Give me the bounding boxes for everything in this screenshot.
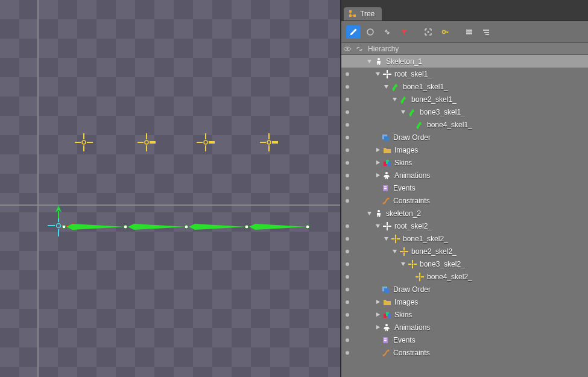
tree-row-label: Animations xyxy=(394,323,435,332)
tree-row-draworder[interactable]: Draw Order xyxy=(341,283,588,296)
tree-twisty[interactable] xyxy=(365,58,373,65)
cross-marker[interactable] xyxy=(206,142,206,143)
tree-twisty[interactable] xyxy=(391,96,398,103)
tree-row-constraints[interactable]: Constraints xyxy=(341,346,588,359)
tree-body[interactable]: Skeleton_1root_skel1_bone1_skel1_bone2_s… xyxy=(341,55,588,377)
tree-row-images[interactable]: Images xyxy=(341,144,588,156)
row-vis-dot[interactable] xyxy=(341,110,353,114)
tree-twisty[interactable] xyxy=(374,299,381,306)
tree-row-bone[interactable]: bone3_skel2_ xyxy=(341,258,588,270)
tree-header: Hierarchy xyxy=(341,43,588,55)
header-hierarchy-label: Hierarchy xyxy=(365,45,399,53)
row-vis-dot[interactable] xyxy=(341,98,353,101)
row-vis-dot[interactable] xyxy=(341,199,353,203)
tree-row-draworder[interactable]: Draw Order xyxy=(341,131,588,144)
bone-segment[interactable] xyxy=(247,227,308,234)
tree-twisty[interactable] xyxy=(374,147,381,154)
tree-twisty[interactable] xyxy=(399,109,406,116)
ic-skel-icon xyxy=(374,57,384,66)
tree-row-label: Skins xyxy=(394,159,417,167)
bone-joint[interactable] xyxy=(306,225,310,229)
row-vis-dot[interactable] xyxy=(341,313,353,317)
tree-row-skins[interactable]: Skins xyxy=(341,308,588,321)
row-vis-dot[interactable] xyxy=(341,224,353,228)
row-vis-dot[interactable] xyxy=(341,123,353,127)
tree-twisty[interactable] xyxy=(399,261,406,268)
row-vis-dot[interactable] xyxy=(341,275,353,279)
cross-marker[interactable] xyxy=(84,142,84,143)
bone-joint[interactable] xyxy=(62,225,66,229)
tree-row-skeleton[interactable]: Skeleton_1 xyxy=(341,55,588,68)
svg-rect-44 xyxy=(466,31,472,33)
row-vis-dot[interactable] xyxy=(341,148,353,152)
tree-row-label: Images xyxy=(394,146,423,154)
svg-point-41 xyxy=(428,31,429,33)
bone-segment[interactable] xyxy=(125,227,186,234)
tree-row-label: Events xyxy=(393,184,420,192)
svg-point-42 xyxy=(443,30,446,33)
tool-focus[interactable] xyxy=(421,25,435,39)
tree-row-bone[interactable]: bone2_skel1_ xyxy=(341,93,588,106)
row-vis-dot[interactable] xyxy=(341,136,353,139)
tree-twisty[interactable] xyxy=(374,71,381,78)
tree-row-animations[interactable]: Animations xyxy=(341,169,588,182)
row-vis-dot[interactable] xyxy=(341,262,353,266)
row-vis-dot[interactable] xyxy=(341,186,353,190)
cross-marker[interactable] xyxy=(147,142,147,143)
tree-row-bone[interactable]: bone4_skel2_ xyxy=(341,270,588,283)
row-vis-dot[interactable] xyxy=(341,351,353,355)
viewport-canvas[interactable] xyxy=(0,0,341,377)
tree-twisty[interactable] xyxy=(374,311,381,318)
header-link-icon[interactable] xyxy=(353,45,365,52)
tree-twisty[interactable] xyxy=(374,159,381,166)
bone-joint[interactable] xyxy=(124,225,128,229)
tree-row-events[interactable]: Events xyxy=(341,182,588,194)
tool-collapse[interactable] xyxy=(462,25,476,39)
tree-row-images[interactable]: Images xyxy=(341,296,588,308)
tree-row-constraints[interactable]: Constraints xyxy=(341,194,588,207)
header-visibility-icon[interactable] xyxy=(341,46,353,52)
row-vis-dot[interactable] xyxy=(341,250,353,253)
row-vis-dot[interactable] xyxy=(341,338,353,342)
tab-tree[interactable]: Tree xyxy=(344,7,382,21)
row-vis-dot[interactable] xyxy=(341,174,353,177)
bone-segment[interactable] xyxy=(186,227,247,234)
tree-twisty[interactable] xyxy=(374,223,381,230)
cross-marker[interactable] xyxy=(269,142,270,143)
tree-row-bone[interactable]: bone1_skel1_ xyxy=(341,80,588,93)
tree-twisty[interactable] xyxy=(374,172,381,179)
row-vis-dot[interactable] xyxy=(341,72,353,76)
row-vis-dot[interactable] xyxy=(341,161,353,165)
tool-circle[interactable] xyxy=(363,25,378,39)
row-vis-dot[interactable] xyxy=(341,300,353,304)
tree-row-skins[interactable]: Skins xyxy=(341,156,588,169)
tree-twisty[interactable] xyxy=(382,235,390,242)
bone-joint[interactable] xyxy=(185,225,189,229)
row-vis-dot[interactable] xyxy=(341,326,353,329)
tree-row-animations[interactable]: Animations xyxy=(341,321,588,334)
tree-row-bone[interactable]: bone3_skel1_ xyxy=(341,106,588,118)
tree-row-bone[interactable]: bone1_skel2_ xyxy=(341,232,588,245)
tree-twisty[interactable] xyxy=(365,210,373,217)
tree-twisty[interactable] xyxy=(391,248,398,255)
tool-link[interactable] xyxy=(380,25,394,39)
tool-expand[interactable] xyxy=(479,25,493,39)
row-vis-dot[interactable] xyxy=(341,288,353,291)
row-vis-dot[interactable] xyxy=(341,237,353,241)
tree-twisty[interactable] xyxy=(382,83,390,90)
tool-key[interactable] xyxy=(438,25,452,39)
tree-row-skeleton[interactable]: skeleton_2 xyxy=(341,207,588,220)
tree-panel: Tree xyxy=(341,0,588,377)
svg-marker-34 xyxy=(189,224,247,230)
tree-twisty[interactable] xyxy=(374,324,381,331)
row-vis-dot[interactable] xyxy=(341,85,353,89)
tree-row-bone[interactable]: bone2_skel2_ xyxy=(341,245,588,258)
tool-filter[interactable] xyxy=(397,25,411,39)
tree-row-bone[interactable]: bone4_skel1_ xyxy=(341,118,588,131)
tree-row-events[interactable]: Events xyxy=(341,334,588,346)
tool-pencil[interactable] xyxy=(346,25,361,39)
bone-segment[interactable] xyxy=(64,227,125,234)
tree-row-root[interactable]: root_skel1_ xyxy=(341,68,588,80)
tree-row-root[interactable]: root_skel2_ xyxy=(341,220,588,232)
bone-joint[interactable] xyxy=(245,225,249,229)
